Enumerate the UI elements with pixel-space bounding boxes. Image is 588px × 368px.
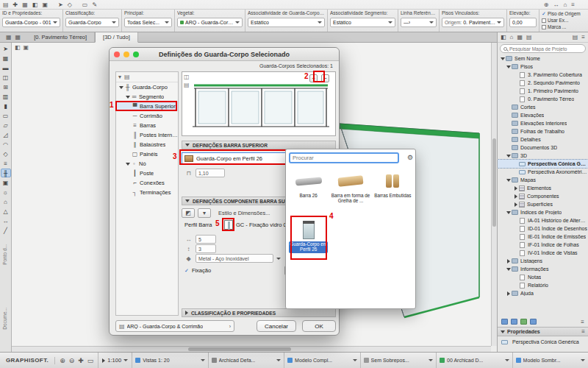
tree-item-corrimao[interactable]: ─Corrimão: [116, 111, 178, 121]
sidebar-item-pisos[interactable]: Pisos: [498, 63, 588, 71]
tree-item-postes-internos[interactable]: ║Postes Internos: [116, 130, 178, 140]
properties-current-view[interactable]: Perspectiva Cónica Genérica: [498, 337, 588, 347]
tree-item-balaustres[interactable]: ∥Balaústres: [116, 140, 178, 149]
sidebar-item-piso-0[interactable]: 0. Pavimento Térreo: [498, 95, 588, 103]
layer-field[interactable]: Vegetal: ARQ - Guarda-Corpo &...: [175, 10, 245, 32]
window-tool-icon[interactable]: ⊞: [1, 82, 11, 91]
minimize-icon[interactable]: [123, 52, 129, 57]
tab-overview-icon[interactable]: ▦: [6, 34, 12, 40]
sidebar-item-piso-3[interactable]: 3. Pavimento Cobertura: [498, 71, 588, 79]
section-classification-header[interactable]: CLASSIFICAÇÃO E PROPRIEDADES: [182, 308, 336, 317]
gear-icon[interactable]: ⚙: [407, 154, 413, 161]
project-chooser-icon[interactable]: ◧: [501, 34, 506, 40]
railing-preview[interactable]: ◫▤ + −: [182, 71, 336, 136]
sidebar-item-superficies[interactable]: Superfícies: [498, 200, 588, 208]
close-icon[interactable]: [114, 52, 120, 57]
sidebar-item-perspecti­va-conica[interactable]: Perspectiva Cónica Genérica: [498, 160, 588, 168]
ok-button[interactable]: OK: [302, 320, 336, 332]
sidebar-item-ia-01[interactable]: IA-01 Histórico de Alterações: [498, 216, 588, 224]
menu-icon[interactable]: ≡: [581, 319, 584, 325]
layout-icon[interactable]: ◧: [32, 1, 38, 8]
elevation-field[interactable]: Elevação: 0,00: [507, 10, 539, 32]
width-field[interactable]: 5: [196, 235, 216, 244]
quick-option-shadow-mode[interactable]: Modelo Sombr...: [512, 353, 588, 368]
sidebar-item-if-01[interactable]: IF-01 Índice de Folhas: [498, 241, 588, 249]
origin-level-option[interactable]: ✓Piso de Origem: [542, 10, 586, 17]
sidebar-item-piso-2[interactable]: 2. Segundo Pavimento: [498, 79, 588, 87]
component-search-input[interactable]: [293, 155, 395, 161]
sidebar-item-indices-projeto[interactable]: Índices de Projeto: [498, 208, 588, 216]
tree-item-paineis[interactable]: ▢Painéis: [116, 149, 178, 159]
target-icon[interactable]: ◇: [68, 1, 72, 8]
sidebar-item-id-01[interactable]: ID-01 Índice de Desenhos: [498, 224, 588, 233]
quick-option-renovation[interactable]: 00 Archicad D...: [436, 353, 512, 368]
tree-item-guarda-corpo[interactable]: ╫Guarda-Corpo: [116, 82, 178, 92]
tab-floor-plan[interactable]: [0. Pavimento Térreo]: [26, 32, 95, 42]
sidebar-item-detalhes[interactable]: Detalhes: [498, 135, 588, 144]
menu-icon[interactable]: ≡: [581, 328, 585, 335]
view-map-icon[interactable]: ▦: [517, 34, 523, 40]
sidebar-item-listagens[interactable]: Listagens: [498, 257, 588, 265]
preview-view-icon[interactable]: ◫: [184, 74, 190, 80]
line-tool-icon[interactable]: ╱: [1, 226, 11, 235]
morph-tool-icon[interactable]: ◇: [1, 149, 11, 158]
component-item-embutidas[interactable]: Barras Embutidas: [372, 169, 414, 217]
view-split-icon[interactable]: ◧: [15, 44, 21, 51]
railing-node-associativity-field[interactable]: Associatividade de Guarda-Corpo e Nó: Es…: [245, 10, 328, 32]
sidebar-item-perspectiva-axonometrica[interactable]: Perspectiva Axonométrica Genérica: [498, 168, 588, 176]
cancel-button[interactable]: Cancelar: [257, 320, 296, 332]
folder-blue-icon[interactable]: [511, 319, 517, 325]
folder-blue-icon[interactable]: [530, 319, 537, 325]
object-tool-icon[interactable]: ▣: [1, 178, 11, 187]
layer-master-field[interactable]: Principal: Todas Selec...: [122, 10, 175, 32]
marker-option[interactable]: Marca ...: [542, 24, 586, 30]
mesh-tool-icon[interactable]: △: [1, 207, 11, 216]
wall-tool-icon[interactable]: ▬: [1, 63, 11, 72]
properties-header[interactable]: Propriedades ≡: [498, 327, 588, 336]
favorite-selector[interactable]: ▤ ARQ - Guarda-Corpo & Corrimão ›: [115, 320, 234, 332]
sidebar-item-3d[interactable]: 3D: [498, 152, 588, 160]
tab-grid-icon[interactable]: ▦: [15, 34, 21, 40]
navigator-search-input[interactable]: [509, 46, 582, 52]
tree-item-no[interactable]: ◦Nó: [116, 159, 178, 169]
add-icon[interactable]: ✚: [13, 1, 18, 8]
marquee-tool-icon[interactable]: ▦: [1, 54, 11, 63]
sidebar-item-elevacoes-interiores[interactable]: Elevações Interiores: [498, 119, 588, 127]
sidebar-item-mapas[interactable]: Mapas: [498, 176, 588, 184]
dimension-tool-icon[interactable]: ↔: [1, 216, 11, 225]
tree-item-poste[interactable]: ┃Poste: [116, 169, 178, 178]
slab-tool-icon[interactable]: ▱: [1, 121, 11, 130]
project-map-icon[interactable]: ⌂: [510, 34, 514, 40]
shell-tool-icon[interactable]: ◠: [1, 140, 11, 149]
rail-height-field[interactable]: 1,10: [196, 169, 225, 177]
horizontal-scrollbar[interactable]: [12, 346, 491, 352]
preview-layers-icon[interactable]: ▤: [184, 82, 190, 88]
sidebar-item-informacoes[interactable]: Informações: [498, 265, 588, 273]
sidebar-item-ie-01[interactable]: IE-01 Índice de Emissões: [498, 233, 588, 241]
side-palette-label[interactable]: Ponto d...: [2, 244, 7, 265]
scrollbar-thumb[interactable]: [188, 347, 291, 351]
list-mode-icon[interactable]: ▤: [124, 74, 130, 80]
sidebar-item-documentos-3d[interactable]: Documentos 3D: [498, 144, 588, 152]
tree-item-conexoes[interactable]: ⌐Conexões: [116, 178, 178, 188]
sidebar-item-notas[interactable]: Notas: [498, 273, 588, 281]
id-properties-field[interactable]: ID e Propriedades: Guarda-Corpo - 001: [0, 10, 63, 32]
stair-tool-icon[interactable]: ≡: [1, 159, 11, 168]
side-palette-label[interactable]: Docume...: [2, 308, 7, 330]
segment-associativity-field[interactable]: Associatividade Segmento: Estático: [328, 10, 398, 32]
zoom-plus-icon[interactable]: ⊕: [544, 1, 549, 8]
pan-icon[interactable]: ✚: [78, 357, 84, 364]
publisher-icon[interactable]: ▤: [573, 34, 578, 40]
profile-mode-button[interactable]: ◩: [182, 208, 195, 218]
maximize-icon[interactable]: [133, 52, 139, 57]
component-item-grelha[interactable]: Barra em forma de Grelha de ...: [329, 169, 371, 217]
zone-tool-icon[interactable]: ⌂: [1, 197, 11, 206]
classification-field[interactable]: Classificação: Guarda-Corpo: [63, 10, 122, 32]
scale-selector[interactable]: 1:100: [98, 353, 132, 368]
sidebar-item-cortes[interactable]: Cortes: [498, 103, 588, 111]
folder-green-icon[interactable]: [520, 319, 527, 325]
height-field[interactable]: 3: [196, 244, 216, 253]
component-list-button[interactable]: ▾: [198, 208, 211, 218]
list-icon[interactable]: ≡: [571, 1, 575, 8]
tree-item-segmento[interactable]: ═Segmento: [116, 92, 178, 102]
